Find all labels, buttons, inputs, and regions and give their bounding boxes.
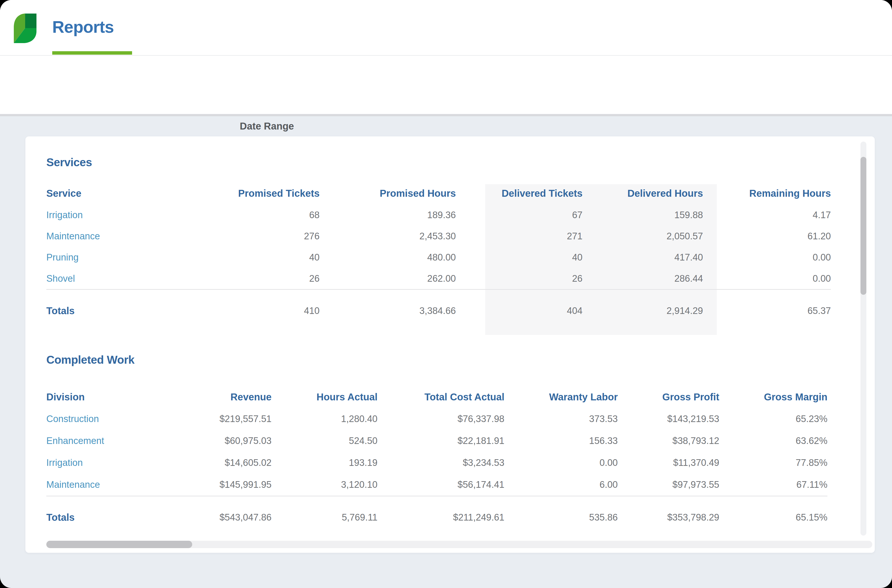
table-cell: $3,234.53	[378, 452, 504, 474]
services-table: Service Promised Tickets Promised Hours …	[46, 182, 831, 322]
totals-label: Totals	[46, 300, 222, 322]
table-cell: 535.86	[504, 506, 618, 528]
services-section-heading: Services	[46, 156, 92, 169]
service-link[interactable]: Irrigation	[46, 204, 222, 225]
horizontal-scrollbar-track[interactable]	[46, 541, 872, 548]
col-header-revenue: Revenue	[173, 386, 272, 408]
table-cell: 63.62%	[719, 430, 827, 452]
division-link[interactable]: Irrigation	[46, 452, 173, 474]
table-cell: 189.36	[320, 204, 456, 225]
table-cell: 26	[222, 268, 320, 290]
app-window: Reports Full Property Wizard Date Range …	[0, 0, 892, 588]
col-header-promised-tickets: Promised Tickets	[222, 182, 320, 204]
table-cell: 40	[456, 247, 582, 268]
date-range-label: Date Range	[240, 121, 294, 132]
table-cell: $543,047.86	[173, 506, 272, 528]
horizontal-scrollbar-thumb[interactable]	[46, 541, 192, 548]
table-cell: 480.00	[320, 247, 456, 268]
col-header-gross-margin: Gross Margin	[719, 386, 827, 408]
table-cell: 65.15%	[719, 506, 827, 528]
table-cell: $56,174.41	[378, 474, 504, 496]
table-cell: 262.00	[320, 268, 456, 290]
division-link[interactable]: Construction	[46, 408, 173, 430]
table-row: Maintenance 276 2,453.30 271 2,050.57 61…	[46, 225, 831, 247]
totals-divider	[46, 290, 831, 300]
col-header-delivered-tickets: Delivered Tickets	[456, 182, 582, 204]
table-cell: $219,557.51	[173, 408, 272, 430]
table-cell: $14,605.02	[173, 452, 272, 474]
table-cell: 276	[222, 225, 320, 247]
table-cell: 410	[222, 300, 320, 322]
table-row: Shovel 26 262.00 26 286.44 0.00	[46, 268, 831, 290]
table-cell: 65.37	[703, 300, 831, 322]
totals-label: Totals	[46, 506, 173, 528]
table-cell: $97,973.55	[618, 474, 719, 496]
table-cell: 286.44	[582, 268, 703, 290]
table-cell: $38,793.12	[618, 430, 719, 452]
table-cell: 373.53	[504, 408, 618, 430]
col-header-division: Division	[46, 386, 173, 408]
table-cell: $143,219.53	[618, 408, 719, 430]
col-header-delivered-hours: Delivered Hours	[582, 182, 703, 204]
services-totals-row: Totals 410 3,384.66 404 2,914.29 65.37	[46, 300, 831, 322]
table-cell: 2,914.29	[582, 300, 703, 322]
table-cell: 1,280.40	[272, 408, 378, 430]
table-cell: 0.00	[703, 247, 831, 268]
table-cell: 26	[456, 268, 582, 290]
table-row: Irrigation $14,605.02 193.19 $3,234.53 0…	[46, 452, 827, 474]
table-cell: 4.17	[703, 204, 831, 225]
completed-work-table: Division Revenue Hours Actual Total Cost…	[46, 386, 827, 528]
page-title[interactable]: Reports	[52, 17, 114, 36]
table-cell: 67.11%	[719, 474, 827, 496]
table-cell: 271	[456, 225, 582, 247]
col-header-hours-actual: Hours Actual	[272, 386, 378, 408]
completed-work-totals-row: Totals $543,047.86 5,769.11 $211,249.61 …	[46, 506, 827, 528]
leaf-logo-icon[interactable]	[14, 13, 36, 44]
col-header-waranty-labor: Waranty Labor	[504, 386, 618, 408]
table-cell: 3,384.66	[320, 300, 456, 322]
table-cell: 77.85%	[719, 452, 827, 474]
table-cell: $353,798.29	[618, 506, 719, 528]
report-card: Services Service Promised Tickets Promis…	[26, 136, 875, 553]
table-cell: 417.40	[582, 247, 703, 268]
services-header-row: Service Promised Tickets Promised Hours …	[46, 182, 831, 204]
table-cell: $22,181.91	[378, 430, 504, 452]
col-header-total-cost-actual: Total Cost Actual	[378, 386, 504, 408]
table-cell: 65.23%	[719, 408, 827, 430]
table-row: Irrigation 68 189.36 67 159.88 4.17	[46, 204, 831, 225]
table-cell: 2,453.30	[320, 225, 456, 247]
table-cell: 3,120.10	[272, 474, 378, 496]
table-cell: 524.50	[272, 430, 378, 452]
table-cell: $211,249.61	[378, 506, 504, 528]
service-link[interactable]: Pruning	[46, 247, 222, 268]
table-cell: 193.19	[272, 452, 378, 474]
table-cell: 2,050.57	[582, 225, 703, 247]
table-cell: 5,769.11	[272, 506, 378, 528]
col-header-remaining-hours: Remaining Hours	[703, 182, 831, 204]
vertical-scrollbar-track[interactable]	[860, 142, 866, 536]
table-cell: $11,370.49	[618, 452, 719, 474]
service-link[interactable]: Shovel	[46, 268, 222, 290]
table-row: Enhancement $60,975.03 524.50 $22,181.91…	[46, 430, 827, 452]
table-cell: 67	[456, 204, 582, 225]
division-link[interactable]: Maintenance	[46, 474, 173, 496]
table-row: Construction $219,557.51 1,280.40 $76,33…	[46, 408, 827, 430]
active-tab-underline	[52, 51, 132, 55]
table-cell: $145,991.95	[173, 474, 272, 496]
table-row: Pruning 40 480.00 40 417.40 0.00	[46, 247, 831, 268]
totals-divider	[46, 496, 827, 507]
col-header-service: Service	[46, 182, 222, 204]
service-link[interactable]: Maintenance	[46, 225, 222, 247]
division-link[interactable]: Enhancement	[46, 430, 173, 452]
completed-work-header-row: Division Revenue Hours Actual Total Cost…	[46, 386, 827, 408]
table-cell: 404	[456, 300, 582, 322]
table-cell: $60,975.03	[173, 430, 272, 452]
vertical-scrollbar-thumb[interactable]	[860, 157, 866, 295]
table-cell: 68	[222, 204, 320, 225]
completed-work-section-heading: Completed Work	[46, 353, 135, 366]
table-row: Maintenance $145,991.95 3,120.10 $56,174…	[46, 474, 827, 496]
table-cell: 0.00	[504, 452, 618, 474]
table-cell: 6.00	[504, 474, 618, 496]
table-cell: $76,337.98	[378, 408, 504, 430]
table-cell: 61.20	[703, 225, 831, 247]
